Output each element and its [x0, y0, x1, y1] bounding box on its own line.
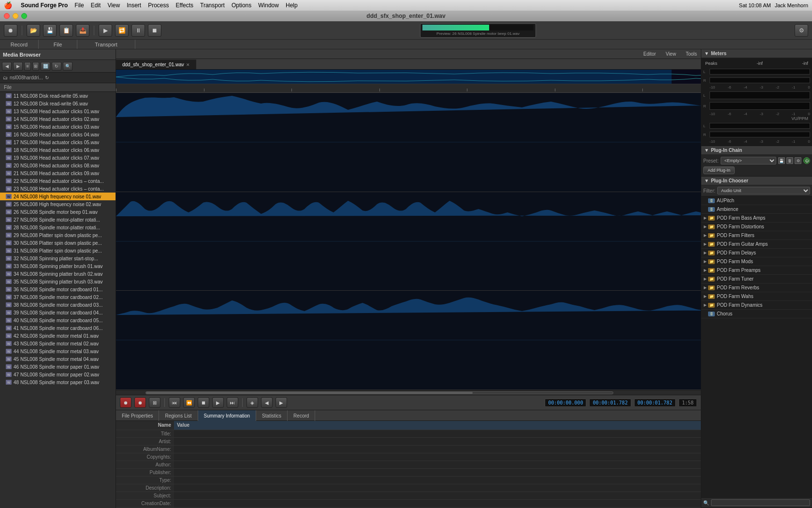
menu-edit[interactable]: Edit	[91, 2, 101, 9]
preset-delete-btn[interactable]: 🗑	[786, 157, 793, 164]
tab-close-btn[interactable]: ✕	[186, 62, 190, 67]
file-item[interactable]: W26 NSL008 Spindle motor beep 01.wav	[0, 208, 116, 216]
settings-btn[interactable]: ⚙	[795, 24, 808, 37]
file-item[interactable]: W33 NSL008 Spinning platter brush 01.wav	[0, 262, 116, 270]
render-btn[interactable]: 📤	[76, 24, 89, 37]
menu-view[interactable]: View	[107, 2, 120, 9]
plugin-item-chorus[interactable]: 🎛Chorus	[701, 310, 812, 318]
maximize-button[interactable]	[21, 13, 27, 19]
file-item[interactable]: W18 NSL008 Head actuator clicks 06.wav	[0, 146, 116, 154]
file-item[interactable]: W37 NSL008 Spindle motor cardboard 02...	[0, 293, 116, 301]
plugin-item-pod-farm-preamps[interactable]: ▶📁POD Farm Preamps	[701, 266, 812, 275]
filter-select[interactable]: Audio Unit	[717, 187, 810, 194]
file-item[interactable]: W28 NSL008 Spindle motor-platter rotati.…	[0, 224, 116, 231]
plugin-item-pod-farm-dynamics[interactable]: ▶📁POD Farm Dynamics	[701, 301, 812, 310]
marker-btn[interactable]: ◈	[246, 397, 258, 408]
waveform-track-2[interactable]	[116, 192, 701, 291]
property-value[interactable]	[174, 453, 701, 461]
bottom-tab-statistics[interactable]: Statistics	[256, 410, 288, 421]
plugin-item-pod-farm-filters[interactable]: ▶📁POD Farm Filters	[701, 231, 812, 240]
plugin-item-pod-farm-bass-amps[interactable]: ▶📁POD Farm Bass Amps	[701, 214, 812, 223]
waveform-container[interactable]	[116, 93, 701, 390]
close-button[interactable]	[4, 13, 10, 19]
file-item[interactable]: W39 NSL008 Spindle motor cardboard 04...	[0, 309, 116, 316]
loop-btn[interactable]: 🔁	[115, 24, 129, 37]
file-item[interactable]: W13 NSL008 Head actuator clicks 01.wav	[0, 107, 116, 115]
menu-help[interactable]: Help	[286, 2, 298, 9]
file-item[interactable]: W15 NSL008 Head actuator clicks 03.wav	[0, 123, 116, 131]
menu-file[interactable]: File	[74, 2, 84, 9]
plugin-item-pod-farm-reverbs[interactable]: ▶📁POD Farm Reverbs	[701, 284, 812, 292]
file-item[interactable]: W34 NSL008 Spinning platter brush 02.wav	[0, 270, 116, 278]
path-refresh-icon[interactable]: ↻	[45, 75, 49, 80]
file-item[interactable]: W31 NSL008 Platter spin down plastic pe.…	[0, 247, 116, 254]
file-item[interactable]: W43 NSL008 Spindle motor metal 02.wav	[0, 340, 116, 347]
browser-sort-btn[interactable]: 🔠	[41, 62, 50, 71]
browser-back-btn[interactable]: ◀	[2, 62, 12, 71]
go-back-btn[interactable]: ⏪	[183, 397, 195, 408]
plugin-item-pod-farm-wahs[interactable]: ▶📁POD Farm Wahs	[701, 292, 812, 301]
file-item[interactable]: W46 NSL008 Spindle motor paper 01.wav	[0, 363, 116, 371]
file-item[interactable]: W38 NSL008 Spindle motor cardboard 03...	[0, 301, 116, 309]
property-value[interactable]	[174, 484, 701, 492]
file-item[interactable]: W30 NSL008 Platter spin down plastic pe.…	[0, 239, 116, 247]
overview-bar[interactable]	[116, 70, 701, 84]
file-item[interactable]: W35 NSL008 Spinning platter brush 03.wav	[0, 278, 116, 285]
file-item[interactable]: W29 NSL008 Platter spin down plastic pe.…	[0, 231, 116, 239]
bottom-tab-record[interactable]: Record	[288, 410, 315, 421]
file-item[interactable]: W44 NSL008 Spindle motor metal 03.wav	[0, 347, 116, 355]
browser-refresh-btn[interactable]: ↻	[52, 62, 61, 71]
save-btn[interactable]: 💾	[43, 24, 57, 37]
go-end-btn[interactable]: ⏭	[227, 397, 238, 408]
property-value[interactable]	[174, 476, 701, 484]
file-item[interactable]: W17 NSL008 Head actuator clicks 05.wav	[0, 138, 116, 146]
file-item[interactable]: W48 NSL008 Spindle motor paper 03.wav	[0, 378, 116, 386]
menu-process[interactable]: Process	[148, 2, 169, 9]
preset-select[interactable]: <Empty>	[721, 157, 776, 164]
file-item[interactable]: W27 NSL008 Spindle motor-platter rotati.…	[0, 216, 116, 224]
preset-settings-btn[interactable]: ⚙	[795, 157, 801, 164]
file-item[interactable]: W11 NSL008 Disk read-write 05.wav	[0, 92, 116, 100]
file-item[interactable]: W40 NSL008 Spindle motor cardboard 05...	[0, 316, 116, 324]
next-marker-btn[interactable]: ▶	[276, 397, 287, 408]
file-item[interactable]: W20 NSL008 Head actuator clicks 08.wav	[0, 162, 116, 169]
property-value[interactable]	[174, 492, 701, 499]
plugin-search-input[interactable]	[711, 499, 810, 506]
plugin-item-pod-farm-distortions[interactable]: ▶📁POD Farm Distortions	[701, 223, 812, 231]
file-item[interactable]: W22 NSL008 Head actuator clicks – conta.…	[0, 177, 116, 185]
property-value[interactable]	[174, 437, 701, 445]
waveform-tab[interactable]: ddd_sfx_shop_enter_01.wav ✕	[116, 60, 196, 69]
file-item[interactable]: W16 NSL008 Head actuator clicks 04.wav	[0, 131, 116, 138]
apple-logo-icon[interactable]: 🍎	[4, 1, 12, 9]
menu-transport[interactable]: Transport	[200, 2, 225, 9]
play-btn[interactable]: ▶	[99, 24, 112, 37]
file-item[interactable]: W36 NSL008 Spindle motor cardboard 01...	[0, 285, 116, 293]
bottom-tab-file-properties[interactable]: File Properties	[116, 410, 159, 421]
play-btn-2[interactable]: ▶	[212, 397, 224, 408]
plugin-item-pod-farm-guitar-amps[interactable]: ▶📁POD Farm Guitar Amps	[701, 240, 812, 249]
menu-options[interactable]: Options	[232, 2, 251, 9]
save-as-btn[interactable]: 📋	[59, 24, 73, 37]
menu-insert[interactable]: Insert	[127, 2, 141, 9]
file-item[interactable]: W25 NSL008 High frequency noise 02.wav	[0, 200, 116, 208]
file-item[interactable]: W14 NSL008 Head actuator clicks 02.wav	[0, 115, 116, 123]
property-value[interactable]	[174, 430, 701, 437]
file-item[interactable]: W45 NSL008 Spindle motor metal 04.wav	[0, 355, 116, 363]
loop-record-btn[interactable]: ⏺	[120, 397, 131, 408]
browser-list-view-btn[interactable]: ≡	[24, 62, 31, 71]
minimize-button[interactable]	[13, 13, 18, 19]
plugin-item-pod-farm-tuner[interactable]: ▶📁POD Farm Tuner	[701, 275, 812, 284]
file-item[interactable]: W24 NSL008 High frequency noise 01.wav	[0, 193, 116, 200]
waveform-scrollbar[interactable]	[116, 390, 701, 395]
property-value[interactable]	[174, 445, 701, 453]
plugin-item-pod-farm-delays[interactable]: ▶📁POD Farm Delays	[701, 249, 812, 257]
record-btn[interactable]: ⏺	[4, 24, 17, 37]
file-item[interactable]: W19 NSL008 Head actuator clicks 07.wav	[0, 154, 116, 162]
plugin-chain-power-btn[interactable]: ⏻	[803, 157, 810, 164]
plugin-item-pod-farm-mods[interactable]: ▶📁POD Farm Mods	[701, 257, 812, 266]
bottom-tab-regions-list[interactable]: Regions List	[159, 410, 198, 421]
property-value[interactable]	[174, 499, 701, 507]
stop-btn[interactable]: ⏹	[148, 24, 161, 37]
file-item[interactable]: W12 NSL008 Disk read-write 06.wav	[0, 100, 116, 107]
browser-detail-view-btn[interactable]: ⊞	[32, 62, 39, 71]
